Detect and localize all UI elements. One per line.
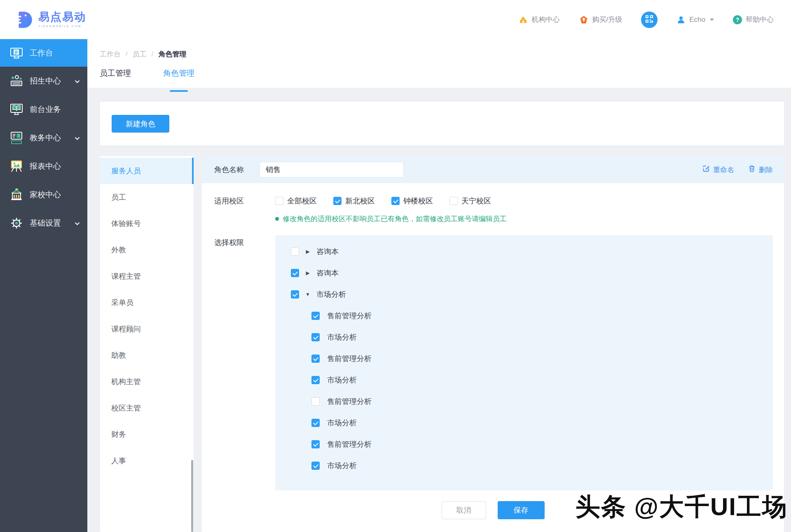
scrollbar-thumb[interactable] [191,460,193,532]
sidebar-item-reports[interactable]: 报表中心 [0,152,87,180]
checkbox[interactable] [291,269,299,277]
user-icon [676,15,686,24]
breadcrumb-separator: / [126,50,128,58]
chevron-down-icon [710,19,714,21]
save-button[interactable]: 保存 [498,501,545,519]
checkbox[interactable] [291,247,299,256]
reports-icon [9,159,24,174]
checkbox[interactable] [311,440,320,448]
tab-role-management[interactable]: 角色管理 [163,68,194,92]
breadcrumb-separator: / [152,50,154,58]
campus-option[interactable]: 钟楼校区 [391,196,433,206]
sidebar-item-label: 家校中心 [30,189,80,200]
sidebar-item-frontdesk[interactable]: 前台业务 [0,95,87,124]
role-detail-header: 角色名称 重命名 [202,156,784,183]
campus-option-label: 全部校区 [287,196,317,206]
role-name-label: 角色名称 [214,165,260,175]
rename-button[interactable]: 重命名 [702,165,734,175]
tree-node[interactable]: ▶ 咨询本 [291,241,773,262]
chevron-down-icon [75,77,80,86]
role-list-item[interactable]: 采单员 [100,289,194,316]
sidebar-item-settings[interactable]: 基础设置 [0,209,87,237]
tree-leaf-label: 市场分析 [327,418,357,428]
sidebar: 工作台 招生中心 前台业务 [0,39,87,532]
checkbox[interactable] [311,419,320,427]
tree-leaf-label: 售前管理分析 [327,311,372,321]
checkbox[interactable] [311,376,320,384]
tree-leaf[interactable]: 市场分析 [291,412,773,434]
tree-leaf[interactable]: 售前管理分析 [291,348,773,369]
workbench-icon [9,46,24,61]
nav-buy-upgrade[interactable]: 购买/升级 [579,15,623,25]
tree-leaf-label: 市场分析 [327,461,357,471]
sidebar-item-workbench[interactable]: 工作台 [0,39,87,67]
sidebar-item-academic[interactable]: 教务中心 [0,124,87,152]
role-list-item[interactable]: 财务 [100,421,194,448]
role-list-item[interactable]: 员工 [100,184,194,210]
tree-leaf[interactable]: 售前管理分析 [291,391,773,412]
caret-right-icon[interactable]: ▶ [305,270,311,276]
checkbox[interactable] [311,312,320,320]
help-icon: ? [733,15,742,24]
checkbox[interactable] [311,333,320,341]
sidebar-item-label: 前台业务 [30,104,80,115]
new-role-button[interactable]: 新建角色 [112,115,169,133]
caret-down-icon[interactable]: ▼ [305,292,311,297]
checkbox[interactable] [311,462,320,470]
nav-help-center[interactable]: ? 帮助中心 [733,15,774,24]
qrcode-button[interactable] [641,12,658,28]
campus-option-label: 新北校区 [345,196,375,206]
checkbox[interactable] [391,197,400,205]
campus-option-label: 天宁校区 [461,196,491,206]
campus-option[interactable]: 新北校区 [333,196,375,206]
tree-leaf[interactable]: 市场分析 [291,455,773,476]
role-name-input[interactable] [260,162,404,177]
nav-help-center-label: 帮助中心 [746,15,774,24]
sidebar-item-label: 招生中心 [30,76,69,86]
user-menu[interactable]: Echo [676,15,714,24]
breadcrumb-item[interactable]: 工作台 [100,49,121,59]
admissions-icon [9,74,24,89]
tree-leaf[interactable]: 市场分析 [291,369,773,391]
sidebar-item-homeschool[interactable]: 家校中心 [0,180,87,209]
role-list-item[interactable]: 体验账号 [100,210,194,237]
tree-node[interactable]: ▶ 咨询本 [291,262,773,284]
role-list-item[interactable]: 服务人员 [100,158,194,184]
watermark: 头条 @大千UI工场 [576,490,788,524]
sidebar-item-label: 基础设置 [30,218,69,229]
checkbox[interactable] [291,290,299,299]
campus-hint: 修改角色的适用校区不影响员工已有角色，如需修改员工账号请编辑员工 [275,214,772,224]
role-list-item[interactable]: 助教 [100,342,194,369]
caret-right-icon[interactable]: ▶ [305,249,311,254]
checkbox[interactable] [333,197,342,205]
breadcrumb-item[interactable]: 员工 [133,49,147,59]
role-list-item[interactable]: 校区主管 [100,395,194,421]
checkbox[interactable] [449,197,458,205]
role-list-item[interactable]: 外教 [100,237,194,263]
role-list-item[interactable]: 课程顾问 [100,316,194,342]
tree-leaf[interactable]: 售前管理分析 [291,305,773,327]
toolbar-card: 新建角色 [100,102,784,145]
checkbox[interactable] [311,355,320,363]
tree-leaf[interactable]: 市场分析 [291,327,773,348]
frontdesk-icon [9,102,24,117]
logo-icon [15,10,34,29]
delete-button[interactable]: 删除 [748,165,773,175]
campus-option[interactable]: 天宁校区 [449,196,491,206]
tree-node[interactable]: ▼ 市场分析 [291,284,773,305]
role-list-item[interactable]: 机构主管 [100,369,194,395]
academic-icon [9,131,24,145]
qrcode-icon [646,15,653,24]
sidebar-item-admissions[interactable]: 招生中心 [0,67,87,95]
checkbox[interactable] [275,197,283,205]
role-list-item[interactable]: 人事 [100,448,194,474]
tab-employee-management[interactable]: 员工管理 [100,68,131,92]
rename-label: 重命名 [713,165,734,175]
tree-leaf[interactable]: 售前管理分析 [291,434,773,455]
nav-org-center[interactable]: 机构中心 [518,15,560,25]
cancel-button[interactable]: 取消 [442,501,486,519]
campus-option[interactable]: 全部校区 [275,196,317,206]
checkbox[interactable] [311,397,320,406]
role-list-item[interactable]: 课程主管 [100,263,194,289]
breadcrumb-current: 角色管理 [158,49,186,59]
